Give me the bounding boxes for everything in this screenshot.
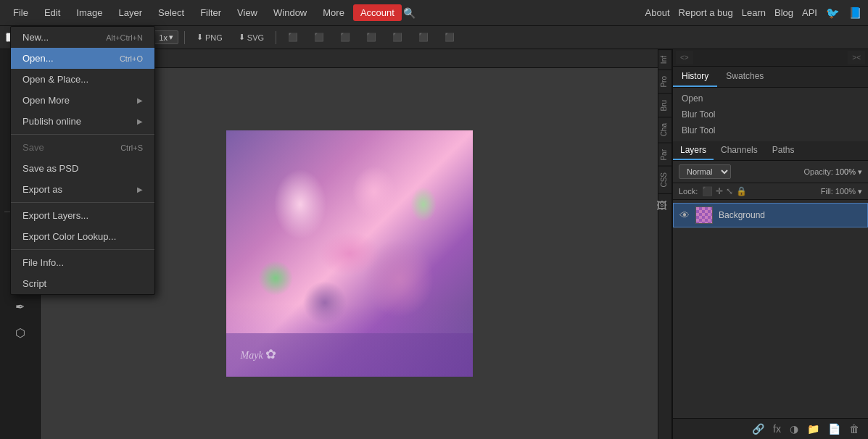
lock-all-icon[interactable]: 🔒: [736, 186, 747, 196]
tool-shape[interactable]: ⬡: [9, 321, 32, 344]
align-middle-btn[interactable]: ⬛: [387, 30, 408, 44]
side-label-cha[interactable]: Cha: [658, 117, 671, 142]
about-link[interactable]: About: [645, 7, 670, 18]
menu-layer[interactable]: Layer: [112, 4, 150, 21]
fill-label: Fill:: [821, 187, 833, 196]
file-menu-dropdown: New... Alt+Ctrl+N Open... Ctrl+O Open & …: [10, 26, 155, 295]
menu-view[interactable]: View: [230, 4, 265, 21]
open-more-arrow: ▶: [137, 96, 143, 104]
opacity-value[interactable]: 100%: [835, 167, 856, 176]
menu-export-as[interactable]: Export as ▶: [11, 179, 154, 200]
zoom-dropdown[interactable]: 1x ▾: [154, 30, 178, 44]
layer-effects-btn[interactable]: fx: [770, 422, 784, 436]
search-icon[interactable]: 🔍: [403, 7, 416, 19]
flower-image: Mayk ✿: [226, 130, 473, 377]
align-top-btn[interactable]: ⬛: [360, 30, 382, 44]
tab-paths[interactable]: Paths: [765, 141, 802, 160]
align-bottom-btn[interactable]: ⬛: [413, 30, 434, 44]
lock-move-icon[interactable]: ✛: [716, 186, 723, 196]
side-label-css[interactable]: CSS: [658, 166, 671, 193]
menu-edit[interactable]: Edit: [37, 4, 67, 21]
api-link[interactable]: API: [802, 7, 817, 18]
export-as-label: Export as: [22, 184, 62, 195]
tab-history[interactable]: History: [673, 67, 717, 87]
menu-export-layers[interactable]: Export Layers...: [11, 205, 154, 226]
menu-account[interactable]: Account: [353, 4, 402, 21]
fill-chevron[interactable]: ▾: [858, 187, 862, 196]
fill-value[interactable]: 100%: [835, 187, 856, 196]
new-shortcut: Alt+Ctrl+N: [106, 33, 143, 42]
open-place-label: Open & Place...: [22, 74, 88, 85]
collapse-left-btn[interactable]: <>: [676, 51, 693, 64]
side-label-inf[interactable]: Inf: [658, 49, 671, 70]
layer-eye-btn[interactable]: 👁: [679, 209, 690, 221]
history-item-blur1[interactable]: Blur Tool: [673, 106, 868, 122]
menu-script[interactable]: Script: [11, 273, 154, 294]
menu-select[interactable]: Select: [151, 4, 191, 21]
tab-layers[interactable]: Layers: [673, 141, 714, 160]
export-as-arrow: ▶: [137, 185, 143, 193]
menu-file-info[interactable]: File Info...: [11, 252, 154, 273]
link-layers-btn[interactable]: 🔗: [749, 422, 767, 436]
menu-open-place[interactable]: Open & Place...: [11, 69, 154, 90]
history-item-blur2[interactable]: Blur Tool: [673, 122, 868, 138]
side-label-pro[interactable]: Pro: [658, 70, 671, 93]
side-label-par[interactable]: Par: [658, 143, 671, 167]
blog-link[interactable]: Blog: [774, 7, 793, 18]
menu-publish-online[interactable]: Publish online ▶: [11, 111, 154, 132]
menu-file[interactable]: File: [6, 4, 36, 21]
menu-image[interactable]: Image: [69, 4, 109, 21]
menu-right-links: About Report a bug Learn Blog API 🐦 📘: [645, 7, 862, 20]
right-panel-top-tabs: History Swatches: [673, 67, 868, 88]
history-item-open[interactable]: Open: [673, 91, 868, 106]
publish-arrow: ▶: [137, 117, 143, 125]
menu-export-color-lookup[interactable]: Export Color Lookup...: [11, 226, 154, 247]
menu-more[interactable]: More: [315, 4, 352, 21]
collapse-right-btn[interactable]: ><: [848, 51, 865, 64]
menu-filter[interactable]: Filter: [193, 4, 228, 21]
new-group-btn[interactable]: 📁: [804, 422, 822, 436]
distribute-btn[interactable]: ⬛: [439, 30, 460, 44]
right-panel: <> >< History Swatches Open Blur Tool Bl…: [672, 49, 868, 439]
learn-link[interactable]: Learn: [742, 7, 766, 18]
delete-layer-btn[interactable]: 🗑: [846, 422, 862, 436]
export-svg-button[interactable]: ⬇ SVG: [233, 30, 270, 44]
align-right-btn[interactable]: ⬛: [334, 30, 356, 44]
facebook-icon[interactable]: 📘: [848, 7, 862, 20]
layer-name[interactable]: Background: [719, 210, 765, 220]
script-label: Script: [22, 278, 46, 289]
menu-save-as-psd[interactable]: Save as PSD: [11, 158, 154, 179]
menu-window[interactable]: Window: [266, 4, 314, 21]
opacity-group: Opacity: 100% ▾: [804, 167, 863, 177]
opacity-chevron[interactable]: ▾: [858, 167, 862, 177]
menu-open[interactable]: Open... Ctrl+O: [11, 48, 154, 69]
menu-new[interactable]: New... Alt+Ctrl+N: [11, 27, 154, 48]
side-label-img[interactable]: 🖼: [658, 193, 671, 216]
lock-label: Lock:: [679, 187, 698, 196]
lock-transform-icon[interactable]: ⤡: [726, 186, 733, 196]
side-label-bru[interactable]: Bru: [658, 93, 671, 117]
menu-open-more[interactable]: Open More ▶: [11, 90, 154, 111]
menu-save[interactable]: Save Ctrl+S: [11, 137, 154, 158]
tool-pen[interactable]: ✒: [9, 295, 32, 318]
blend-mode-select[interactable]: Normal Multiply Screen Overlay: [679, 164, 731, 179]
fill-group: Fill: 100% ▾: [821, 187, 862, 196]
layers-tabs: Layers Channels Paths: [673, 141, 868, 161]
adjustment-layer-btn[interactable]: ◑: [787, 422, 801, 436]
align-left-btn[interactable]: ⬛: [282, 30, 304, 44]
save-label: Save: [22, 142, 44, 153]
twitter-icon[interactable]: 🐦: [826, 7, 840, 20]
tab-swatches[interactable]: Swatches: [717, 67, 772, 87]
lock-checkerboard-icon[interactable]: ⬛: [702, 186, 713, 196]
lock-icons: ⬛ ✛ ⤡ 🔒: [702, 186, 747, 196]
layer-item-background[interactable]: 👁 Background: [673, 203, 868, 227]
open-label: Open...: [22, 53, 54, 64]
export-color-label: Export Color Lookup...: [22, 231, 116, 242]
export-png-button[interactable]: ⬇ PNG: [191, 30, 228, 44]
report-bug-link[interactable]: Report a bug: [679, 7, 733, 18]
dd-separator-2: [11, 202, 154, 203]
new-layer-btn[interactable]: 📄: [825, 422, 843, 436]
tab-channels[interactable]: Channels: [714, 141, 765, 160]
layers-section: Layers Channels Paths Normal Multiply Sc…: [673, 141, 868, 439]
align-center-btn[interactable]: ⬛: [308, 30, 330, 44]
